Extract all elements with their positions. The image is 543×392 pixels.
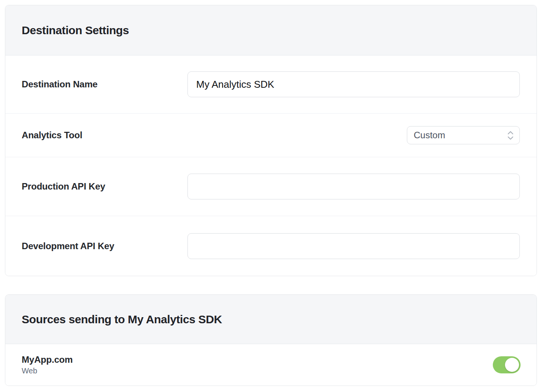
source-type: Web (22, 367, 73, 375)
destination-name-row: Destination Name (5, 55, 537, 114)
chevron-updown-icon (507, 130, 514, 141)
sources-title: Sources sending to My Analytics SDK (22, 313, 222, 326)
analytics-tool-field-area: Custom (187, 126, 520, 144)
production-api-key-field-area (187, 174, 520, 199)
sources-card: Sources sending to My Analytics SDK MyAp… (5, 294, 537, 386)
development-api-key-row: Development API Key (5, 216, 537, 276)
analytics-tool-select[interactable]: Custom (407, 126, 520, 144)
destination-name-field-area (187, 71, 520, 97)
destination-name-label: Destination Name (22, 79, 187, 90)
analytics-tool-label: Analytics Tool (22, 130, 187, 141)
development-api-key-input[interactable] (187, 233, 520, 259)
development-api-key-label: Development API Key (22, 241, 187, 251)
source-info: MyApp.com Web (22, 354, 73, 375)
source-row-myapp: MyApp.com Web (5, 344, 537, 386)
source-name: MyApp.com (22, 354, 73, 365)
production-api-key-input[interactable] (187, 174, 520, 199)
destination-name-input[interactable] (187, 71, 520, 97)
settings-page: Destination Settings Destination Name An… (0, 0, 543, 386)
development-api-key-field-area (187, 233, 520, 259)
destination-settings-card: Destination Settings Destination Name An… (5, 5, 537, 276)
destination-settings-header: Destination Settings (5, 5, 537, 55)
toggle-knob (505, 358, 519, 372)
sources-header: Sources sending to My Analytics SDK (5, 295, 537, 344)
source-enabled-toggle[interactable] (493, 356, 521, 373)
production-api-key-row: Production API Key (5, 157, 537, 216)
production-api-key-label: Production API Key (22, 181, 187, 192)
analytics-tool-selected-value: Custom (414, 130, 445, 141)
analytics-tool-row: Analytics Tool Custom (5, 114, 537, 157)
destination-settings-title: Destination Settings (22, 24, 129, 37)
